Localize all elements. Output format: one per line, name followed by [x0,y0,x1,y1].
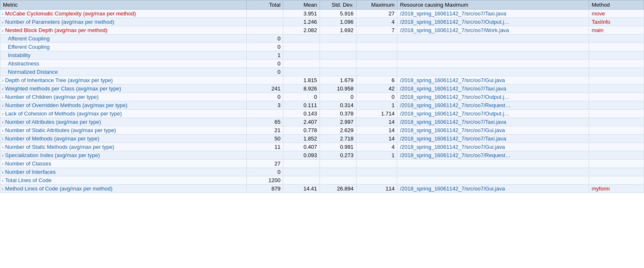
metric-mean [283,35,320,43]
metric-mean: 0.093 [283,151,320,160]
metric-method [589,60,644,68]
metrics-table-container: Metric Total Mean Std. Dev. Maximum Reso… [0,0,644,193]
metric-maximum: 14 [356,135,397,143]
metric-name[interactable]: ›Weighted methods per Class (avg/max per… [0,85,247,93]
metric-stddev [320,60,356,68]
table-row: ›McCabe Cyclomatic Complexity (avg/max p… [0,10,644,18]
metric-resource: /2018_spring_16061142_7/src/oo7/Taxi.jav… [397,135,589,143]
metric-name[interactable]: ›Total Lines of Code [0,176,247,185]
metric-name[interactable]: ›Number of Static Attributes (avg/max pe… [0,126,247,135]
metric-resource: /2018_spring_16061142_7/src/oo7/Taxi.jav… [397,118,589,126]
metric-method [589,85,644,93]
metric-name[interactable]: ›Specialization Index (avg/max per type) [0,151,247,160]
metric-mean [283,176,320,185]
metric-mean: 0.778 [283,126,320,135]
metric-name[interactable]: ›Number of Static Methods (avg/max per t… [0,143,247,151]
metric-total: 65 [247,118,283,126]
expand-icon[interactable]: › [2,187,3,191]
metric-total: 0 [247,43,283,51]
metric-resource: /2018_spring_16061142_7/src/oo7/Request… [397,101,589,110]
metric-name[interactable]: ›Number of Parameters (avg/max per metho… [0,18,247,26]
metric-label: Depth of Inheritance Tree (avg/max per t… [5,77,113,83]
metric-resource [397,176,589,185]
metric-name: Afferent Coupling [0,35,247,43]
metric-mean: 0.143 [283,110,320,118]
table-row: ›Number of Methods (avg/max per type)501… [0,135,644,143]
expand-icon[interactable]: › [2,12,3,16]
table-row: ›Method Lines of Code (avg/max per metho… [0,185,644,193]
expand-icon[interactable]: › [2,95,3,100]
expand-icon[interactable]: › [2,137,3,141]
metric-stddev: 0.991 [320,143,356,151]
metric-mean [283,51,320,60]
metric-method [589,118,644,126]
metric-mean [283,60,320,68]
metric-resource: /2018_spring_16061142_7/src/oo7/Taxi.jav… [397,85,589,93]
metric-method [589,143,644,151]
expand-icon[interactable]: › [2,128,3,133]
metric-label: Abstractness [8,60,39,67]
metric-total: 1 [247,51,283,60]
metric-method [589,35,644,43]
table-row: ›Weighted methods per Class (avg/max per… [0,85,644,93]
expand-icon[interactable]: › [2,103,3,108]
expand-icon[interactable]: › [2,87,3,91]
expand-icon[interactable]: › [2,28,3,33]
metric-name[interactable]: ›Depth of Inheritance Tree (avg/max per … [0,76,247,85]
expand-icon[interactable]: › [2,153,3,158]
expand-icon[interactable]: › [2,170,3,175]
metric-resource [397,68,589,76]
metric-name[interactable]: ›Method Lines of Code (avg/max per metho… [0,185,247,193]
metric-resource [397,35,589,43]
metric-name: Abstractness [0,60,247,68]
metric-stddev: 5.916 [320,10,356,18]
metric-name[interactable]: ›Nested Block Depth (avg/max per method) [0,26,247,35]
expand-icon[interactable]: › [2,145,3,150]
metric-total: 50 [247,135,283,143]
table-row: ›Number of Parameters (avg/max per metho… [0,18,644,26]
table-row: ›Specialization Index (avg/max per type)… [0,151,644,160]
expand-icon[interactable]: › [2,78,3,83]
metric-total [247,26,283,35]
expand-icon[interactable]: › [2,120,3,125]
table-row: ›Number of Attributes (avg/max per type)… [0,118,644,126]
metric-label: Nested Block Depth (avg/max per method) [5,27,107,33]
table-row: ›Number of Interfaces0 [0,168,644,176]
expand-icon[interactable]: › [2,20,3,25]
metric-name[interactable]: ›Number of Methods (avg/max per type) [0,135,247,143]
metric-name[interactable]: ›Number of Children (avg/max per type) [0,93,247,101]
metric-name[interactable]: ›Number of Interfaces [0,168,247,176]
metric-stddev: 0.378 [320,110,356,118]
expand-icon[interactable]: › [2,178,3,183]
metric-resource: /2018_spring_16061142_7/src/oo7/Gui.java [397,126,589,135]
metric-method: myform [589,185,644,193]
metric-total: 0 [247,60,283,68]
metric-method [589,151,644,160]
metric-name[interactable]: ›Number of Overridden Methods (avg/max p… [0,101,247,110]
metric-name: Efferent Coupling [0,43,247,51]
table-row: Abstractness0 [0,60,644,68]
metric-stddev [320,51,356,60]
metric-method [589,126,644,135]
table-row: ›Number of Classes27 [0,160,644,168]
expand-icon[interactable]: › [2,112,3,116]
metric-maximum [356,176,397,185]
metric-mean: 1.246 [283,18,320,26]
metric-name[interactable]: ›McCabe Cyclomatic Complexity (avg/max p… [0,10,247,18]
metric-total: 1200 [247,176,283,185]
metric-maximum: 6 [356,76,397,85]
metric-resource: /2018_spring_16061142_7/src/oo7/Gui.java [397,185,589,193]
metric-label: Weighted methods per Class (avg/max per … [5,85,121,92]
metric-method: main [589,26,644,35]
metric-method: move [589,10,644,18]
metric-total: 27 [247,160,283,168]
metric-name[interactable]: ›Lack of Cohesion of Methods (avg/max pe… [0,110,247,118]
metric-name[interactable]: ›Number of Classes [0,160,247,168]
metric-mean: 2.082 [283,26,320,35]
metric-name[interactable]: ›Number of Attributes (avg/max per type) [0,118,247,126]
metric-mean [283,43,320,51]
metric-stddev: 1.096 [320,18,356,26]
expand-icon[interactable]: › [2,162,3,166]
table-row: Efferent Coupling0 [0,43,644,51]
metric-method [589,43,644,51]
